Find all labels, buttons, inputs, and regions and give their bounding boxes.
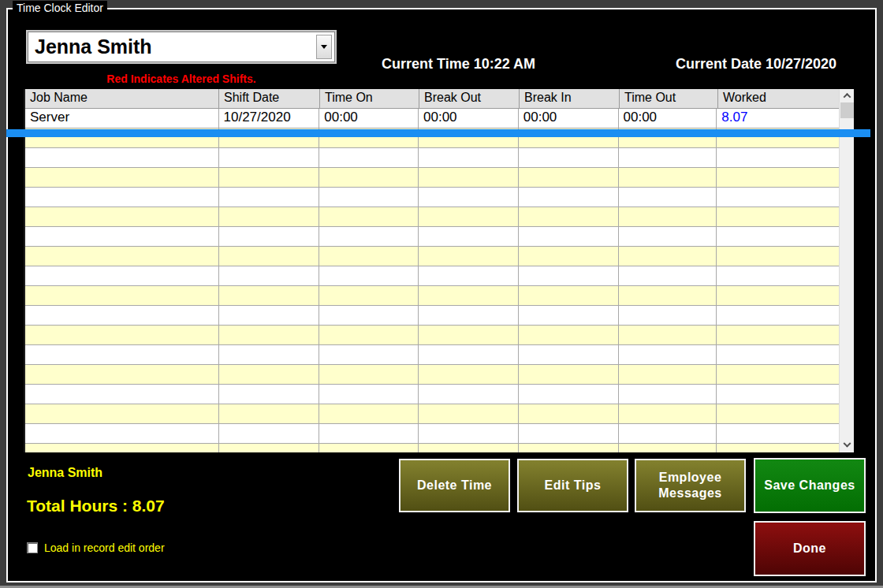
employee-select-dropdown-button[interactable] xyxy=(316,35,332,59)
cell xyxy=(619,168,717,187)
column-header[interactable]: Shift Date xyxy=(219,89,320,108)
load-record-order-checkbox[interactable] xyxy=(27,542,38,553)
cell xyxy=(419,286,519,305)
cell xyxy=(25,326,219,344)
scroll-up-icon[interactable] xyxy=(840,89,854,102)
cell xyxy=(319,326,419,344)
cell xyxy=(717,207,839,226)
empty-row[interactable] xyxy=(25,266,839,286)
cell xyxy=(319,266,419,285)
column-header[interactable]: Break In xyxy=(520,89,620,108)
cell xyxy=(219,168,320,187)
cell: 00:00 xyxy=(519,109,619,128)
cell xyxy=(717,227,839,246)
table-body: Server10/27/202000:0000:0000:0000:008.07 xyxy=(25,109,839,452)
done-button[interactable]: Done xyxy=(754,521,866,576)
cell xyxy=(619,148,717,167)
scrollbar-thumb[interactable] xyxy=(840,102,854,118)
load-record-order-option[interactable]: Load in record edit order xyxy=(27,541,165,554)
cell xyxy=(25,404,219,423)
cell xyxy=(619,444,717,452)
cell xyxy=(519,188,619,207)
cell xyxy=(619,365,717,384)
cell xyxy=(219,424,320,443)
cell xyxy=(419,188,519,207)
empty-row[interactable] xyxy=(25,404,839,424)
cell xyxy=(25,168,219,187)
cell xyxy=(519,424,619,443)
edit-tips-button[interactable]: Edit Tips xyxy=(517,459,628,512)
empty-row[interactable] xyxy=(25,168,839,188)
selected-row-indicator[interactable] xyxy=(6,129,870,137)
delete-time-button[interactable]: Delete Time xyxy=(399,459,510,512)
cell xyxy=(519,266,619,285)
empty-row[interactable] xyxy=(25,385,839,404)
cell xyxy=(25,444,219,452)
cell xyxy=(219,266,320,285)
cell xyxy=(619,404,717,423)
current-time-label: Current Time 10:22 AM xyxy=(382,56,535,73)
vertical-scrollbar[interactable] xyxy=(839,89,854,452)
cell xyxy=(619,188,717,207)
cell xyxy=(419,424,519,443)
cell xyxy=(519,247,619,266)
empty-row[interactable] xyxy=(25,365,839,385)
empty-row[interactable] xyxy=(25,188,839,207)
cell xyxy=(219,326,320,344)
column-header[interactable]: Job Name xyxy=(25,89,219,108)
empty-row[interactable] xyxy=(25,286,839,306)
empty-row[interactable] xyxy=(25,424,839,444)
employee-select[interactable]: Jenna Smith xyxy=(28,32,335,62)
column-header[interactable]: Break Out xyxy=(419,89,520,108)
column-header[interactable]: Time On xyxy=(320,89,419,108)
cell xyxy=(519,326,619,344)
empty-row[interactable] xyxy=(25,345,839,365)
cell xyxy=(25,385,219,404)
cell xyxy=(219,247,320,266)
cell xyxy=(419,306,519,325)
empty-row[interactable] xyxy=(25,326,839,345)
employee-messages-button[interactable]: Employee Messages xyxy=(635,459,746,512)
empty-row[interactable] xyxy=(25,306,839,326)
cell xyxy=(419,207,519,226)
cell xyxy=(319,365,419,384)
cell xyxy=(319,444,419,452)
cell xyxy=(717,266,839,285)
empty-row[interactable] xyxy=(25,207,839,227)
cell xyxy=(717,424,839,443)
footer-employee-name: Jenna Smith xyxy=(28,466,102,480)
save-changes-button[interactable]: Save Changes xyxy=(754,458,866,513)
empty-row[interactable] xyxy=(25,227,839,247)
cell xyxy=(25,266,219,285)
cell xyxy=(619,326,717,344)
column-header[interactable]: Worked xyxy=(718,89,840,108)
cell xyxy=(25,247,219,266)
cell xyxy=(419,148,519,167)
scroll-down-icon[interactable] xyxy=(840,439,854,452)
cell: 10/27/2020 xyxy=(219,109,320,128)
window-title: Time Clock Editor xyxy=(13,1,107,15)
cell xyxy=(25,424,219,443)
cell xyxy=(419,168,519,187)
cell xyxy=(319,188,419,207)
load-record-order-label: Load in record edit order xyxy=(44,541,165,554)
empty-row[interactable] xyxy=(25,247,839,266)
cell xyxy=(717,306,839,325)
cell xyxy=(219,345,320,364)
cell xyxy=(219,444,320,452)
cell xyxy=(519,404,619,423)
cell xyxy=(319,345,419,364)
cell xyxy=(25,345,219,364)
column-header[interactable]: Time Out xyxy=(620,89,718,108)
cell: 00:00 xyxy=(319,109,419,128)
cell xyxy=(419,345,519,364)
cell xyxy=(717,286,839,305)
cell xyxy=(519,345,619,364)
empty-row[interactable] xyxy=(25,444,839,452)
empty-row[interactable] xyxy=(25,148,839,168)
shift-row[interactable]: Server10/27/202000:0000:0000:0000:008.07 xyxy=(25,109,839,128)
cell xyxy=(219,306,320,325)
current-date-label: Current Date 10/27/2020 xyxy=(676,56,836,73)
cell xyxy=(319,306,419,325)
cell xyxy=(219,404,320,423)
